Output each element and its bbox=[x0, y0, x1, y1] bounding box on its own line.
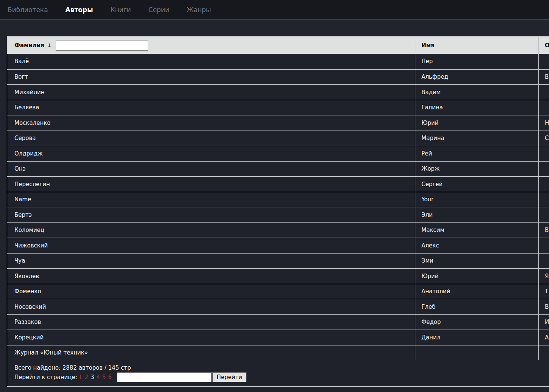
author-first-name-cell: Юрий bbox=[415, 268, 538, 284]
page-link-6[interactable]: 6 bbox=[108, 374, 112, 381]
author-first-name-cell: Глеб bbox=[415, 299, 538, 314]
author-first-name-cell: Марина bbox=[415, 131, 538, 146]
table-row[interactable]: ФоменкоАнатолийТ bbox=[7, 284, 549, 299]
author-last-name-cell: Чуа bbox=[7, 253, 415, 269]
table-header: Фамилия ↓ Имя О bbox=[7, 37, 549, 54]
table-row[interactable]: ЯковлевЮрийЯ bbox=[7, 268, 549, 284]
author-last-name-cell: Вогт bbox=[7, 69, 415, 85]
author-middle-name-cell bbox=[538, 84, 549, 100]
author-first-name-cell: Эми bbox=[415, 253, 538, 269]
author-middle-name-cell: И bbox=[538, 314, 549, 330]
author-first-name-cell: Жорж bbox=[415, 161, 538, 177]
table-row[interactable]: ПереслегинСергей bbox=[7, 176, 549, 192]
table-row[interactable]: НосовскийГлебВ bbox=[7, 299, 549, 314]
top-nav: БиблиотекаАвторыКнигиСерииЖанры bbox=[0, 0, 549, 20]
author-first-name-cell: Рей bbox=[415, 146, 538, 161]
table-row[interactable]: ЧуаЭми bbox=[7, 253, 549, 269]
table-row[interactable]: КорецкийДанилА bbox=[7, 330, 549, 345]
table-row[interactable]: РаззаковФедорИ bbox=[7, 314, 549, 330]
page-link-5[interactable]: 5 bbox=[102, 374, 106, 381]
page-link-2[interactable]: 2 bbox=[84, 374, 88, 381]
page-link-4[interactable]: 4 bbox=[96, 374, 100, 381]
page-current: 3 bbox=[90, 374, 94, 381]
author-middle-name-cell bbox=[538, 100, 549, 115]
footer-cell: Всего найдено: 2882 авторов / 145 стр Пе… bbox=[7, 360, 549, 386]
nav-item-authors[interactable]: Авторы bbox=[66, 6, 93, 14]
table-row[interactable]: СероваМаринаС bbox=[7, 131, 549, 146]
author-last-name-cell: Корецкий bbox=[7, 330, 415, 345]
goto-page-button[interactable]: Перейти bbox=[212, 372, 246, 382]
author-last-name-cell: Олдридж bbox=[7, 146, 415, 161]
authors-table: Фамилия ↓ Имя О ВалёПерВогтАльфредВМихай… bbox=[7, 36, 549, 387]
nav-item-series[interactable]: Серии bbox=[148, 6, 169, 14]
author-first-name-cell: Максим bbox=[415, 222, 538, 238]
author-middle-name-cell: С bbox=[538, 131, 549, 146]
author-last-name-cell: Чижовский bbox=[7, 238, 415, 253]
author-middle-name-cell: В bbox=[538, 299, 549, 314]
author-last-name-cell: Переслегин bbox=[7, 176, 415, 192]
author-first-name-cell: Юрий bbox=[415, 115, 538, 131]
page-link-1[interactable]: 1 bbox=[79, 374, 83, 381]
author-middle-name-cell: В bbox=[538, 69, 549, 85]
nav-item-library[interactable]: Библиотека bbox=[8, 6, 48, 14]
author-first-name-cell: Your bbox=[415, 192, 538, 207]
author-last-name-cell: Фоменко bbox=[7, 284, 415, 299]
author-first-name-cell: Альфред bbox=[415, 69, 538, 85]
table-row[interactable]: ЧижовскийАлекс bbox=[7, 238, 549, 253]
author-middle-name-cell: Я bbox=[538, 268, 549, 284]
author-first-name-cell: Вадим bbox=[415, 84, 538, 100]
author-last-name-cell: Михайлин bbox=[7, 84, 415, 100]
author-last-name-cell: Яковлев bbox=[7, 268, 415, 284]
results-summary: Всего найдено: 2882 авторов / 145 стр bbox=[14, 364, 549, 372]
author-last-name-cell: Коломиец bbox=[7, 222, 415, 238]
table-row[interactable]: БертэЭли bbox=[7, 207, 549, 222]
author-middle-name-cell bbox=[538, 192, 549, 207]
author-middle-name-cell bbox=[538, 345, 549, 361]
table-row[interactable]: ВалёПер bbox=[7, 54, 549, 69]
table-row[interactable]: Журнал «Юный техник» bbox=[7, 345, 549, 361]
table-row[interactable]: МоскаленкоЮрийН bbox=[7, 115, 549, 131]
author-first-name-cell: Федор bbox=[415, 314, 538, 330]
author-middle-name-cell: Н bbox=[538, 115, 549, 131]
column-header-middle-name[interactable]: О bbox=[538, 37, 549, 54]
author-middle-name-cell bbox=[538, 176, 549, 192]
author-middle-name-cell: В bbox=[538, 222, 549, 238]
authors-table-wrap: Фамилия ↓ Имя О ВалёПерВогтАльфредВМихай… bbox=[7, 36, 549, 387]
table-row[interactable]: КоломиецМаксимВ bbox=[7, 222, 549, 238]
nav-item-books[interactable]: Книги bbox=[111, 6, 131, 14]
author-last-name-cell: Серова bbox=[7, 131, 415, 146]
author-first-name-cell bbox=[415, 345, 538, 361]
table-row[interactable]: БеляеваГалина bbox=[7, 100, 549, 115]
author-first-name-cell: Алекс bbox=[415, 238, 538, 253]
author-middle-name-cell: А bbox=[538, 330, 549, 345]
table-row[interactable]: NameYour bbox=[7, 192, 549, 207]
author-middle-name-cell bbox=[538, 146, 549, 161]
author-middle-name-cell bbox=[538, 161, 549, 177]
pagination: Перейти к странице:123456Перейти bbox=[14, 372, 549, 382]
table-row[interactable]: ОлдриджРей bbox=[7, 146, 549, 161]
author-last-name-cell: Валё bbox=[7, 54, 415, 69]
author-middle-name-cell bbox=[538, 54, 549, 69]
author-last-name-cell: Москаленко bbox=[7, 115, 415, 131]
page-links: 123456 bbox=[79, 374, 114, 381]
goto-page-input[interactable] bbox=[117, 372, 212, 382]
author-last-name-cell: Бертэ bbox=[7, 207, 415, 222]
sort-header-last-name[interactable]: Фамилия bbox=[14, 42, 44, 49]
author-middle-name-cell: Т bbox=[538, 284, 549, 299]
author-first-name-cell: Данил bbox=[415, 330, 538, 345]
column-header-first-name[interactable]: Имя bbox=[415, 37, 538, 54]
sort-descending-icon[interactable]: ↓ bbox=[47, 42, 52, 48]
author-middle-name-cell bbox=[538, 207, 549, 222]
last-name-filter-input[interactable] bbox=[56, 40, 148, 51]
table-row[interactable]: ВогтАльфредВ bbox=[7, 69, 549, 85]
author-last-name-cell: Носовский bbox=[7, 299, 415, 314]
table-row[interactable]: МихайлинВадим bbox=[7, 84, 549, 100]
author-first-name-cell: Сергей bbox=[415, 176, 538, 192]
author-last-name-cell: Раззаков bbox=[7, 314, 415, 330]
table-row[interactable]: ОнэЖорж bbox=[7, 161, 549, 177]
author-last-name-cell: Беляева bbox=[7, 100, 415, 115]
author-last-name-cell: Онэ bbox=[7, 161, 415, 177]
author-last-name-cell: Name bbox=[7, 192, 415, 207]
column-header-last-name: Фамилия ↓ bbox=[7, 37, 415, 54]
nav-item-genres[interactable]: Жанры bbox=[187, 6, 211, 14]
